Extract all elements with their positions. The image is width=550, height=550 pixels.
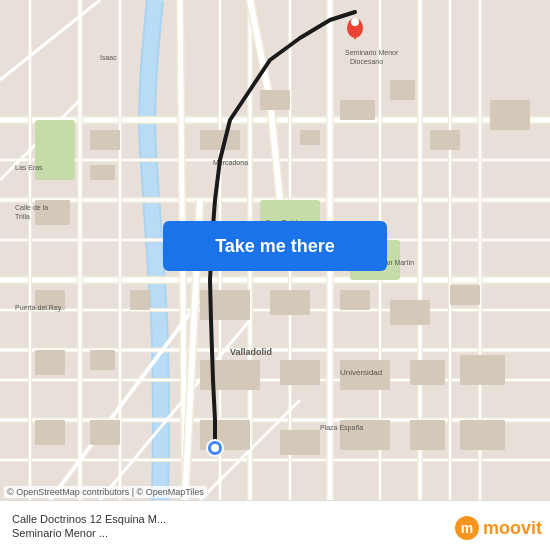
svg-rect-64 [460, 355, 505, 385]
svg-rect-66 [35, 350, 65, 375]
svg-rect-46 [90, 165, 115, 180]
svg-rect-50 [300, 130, 320, 145]
moovit-logo: m moovit [455, 516, 542, 540]
svg-rect-69 [90, 420, 120, 445]
svg-text:Calle de la: Calle de la [15, 204, 48, 211]
svg-rect-74 [410, 420, 445, 450]
svg-rect-56 [270, 290, 310, 315]
svg-rect-57 [340, 290, 370, 310]
svg-rect-55 [200, 290, 250, 320]
svg-text:Diocesano: Diocesano [350, 58, 383, 65]
svg-text:Las Eras: Las Eras [15, 164, 43, 171]
svg-rect-52 [390, 80, 415, 100]
svg-rect-68 [90, 350, 115, 370]
moovit-icon: m [455, 516, 479, 540]
svg-rect-59 [450, 285, 480, 305]
svg-rect-54 [490, 100, 530, 130]
svg-rect-67 [35, 420, 65, 445]
svg-text:Trilla: Trilla [15, 213, 30, 220]
map-attribution: © OpenStreetMap contributors | © OpenMap… [4, 486, 207, 498]
bottom-bar: Calle Doctrinos 12 Esquina M... Seminari… [0, 500, 550, 550]
svg-rect-72 [280, 430, 320, 455]
take-me-there-button[interactable]: Take me there [163, 221, 387, 271]
svg-text:Universidad: Universidad [340, 368, 382, 377]
svg-text:Seminario Menor: Seminario Menor [345, 49, 399, 56]
app-container: Mercadona San Pablo – San Nicolás Vallad… [0, 0, 550, 550]
svg-point-98 [351, 18, 359, 26]
svg-rect-75 [460, 420, 505, 450]
origin-text: Calle Doctrinos 12 Esquina M... [12, 513, 166, 525]
svg-rect-58 [390, 300, 430, 325]
svg-rect-48 [200, 130, 240, 150]
moovit-text: moovit [483, 518, 542, 539]
svg-text:Puerta del Rey: Puerta del Rey [15, 304, 62, 312]
svg-rect-61 [280, 360, 320, 385]
svg-point-95 [211, 444, 219, 452]
svg-text:m: m [461, 520, 473, 536]
svg-text:Plaza España: Plaza España [320, 424, 363, 432]
destination-text: Seminario Menor ... [12, 527, 166, 539]
svg-rect-70 [130, 290, 150, 310]
bottom-left-section: Calle Doctrinos 12 Esquina M... Seminari… [12, 513, 166, 539]
svg-rect-45 [90, 130, 120, 150]
take-me-there-label: Take me there [215, 236, 335, 257]
svg-rect-60 [200, 360, 260, 390]
svg-text:Isaac: Isaac [100, 54, 117, 61]
svg-rect-63 [410, 360, 445, 385]
svg-rect-51 [340, 100, 375, 120]
svg-text:Valladolid: Valladolid [230, 347, 272, 357]
attribution-text: © OpenStreetMap contributors | © OpenMap… [7, 487, 204, 497]
svg-rect-53 [430, 130, 460, 150]
svg-rect-78 [35, 120, 75, 180]
svg-rect-49 [260, 90, 290, 110]
